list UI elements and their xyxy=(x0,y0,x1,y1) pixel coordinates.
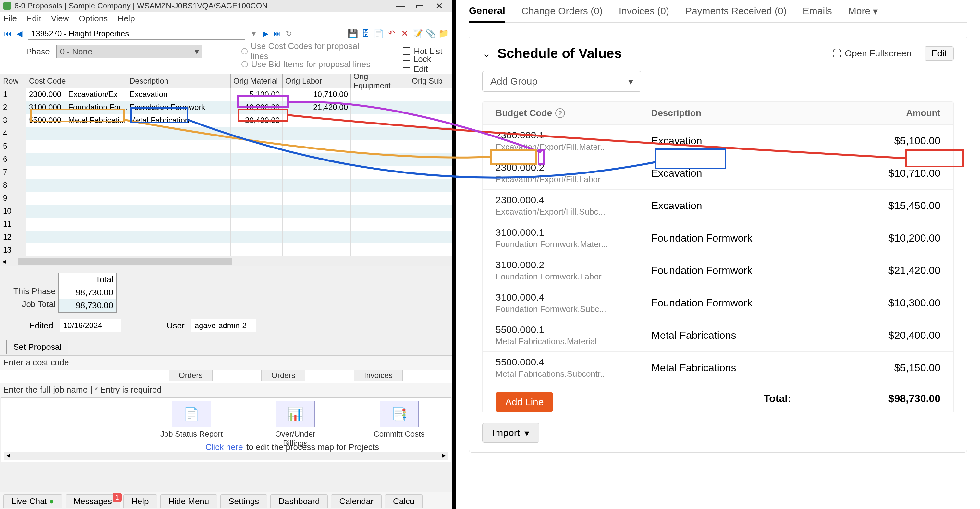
menu-help[interactable]: Help xyxy=(118,14,135,24)
process-map-link[interactable]: Click here xyxy=(205,442,243,452)
tile-orders-2[interactable]: Orders xyxy=(261,370,305,381)
attach-icon[interactable]: 📎 xyxy=(425,29,436,39)
cell-orig-material[interactable]: 20,400.00 xyxy=(231,114,283,127)
sov-row[interactable]: 5500.000.1Metal Fabrications.Material Me… xyxy=(482,319,953,352)
tile-orders-1[interactable]: Orders xyxy=(169,370,213,381)
sov-row[interactable]: 2300.000.4Excavation/Export/Fill.Subc...… xyxy=(482,189,953,222)
tab-more[interactable]: More ▾ xyxy=(848,0,878,22)
cell-orig-equipment[interactable] xyxy=(351,101,409,114)
sov-row[interactable]: 2300.000.1Excavation/Export/Fill.Mater..… xyxy=(482,125,953,157)
cell-orig-sub[interactable] xyxy=(409,88,448,101)
tab-invoices[interactable]: Invoices (0) xyxy=(619,0,669,22)
dropdown-icon[interactable]: ▾ xyxy=(249,29,258,38)
tab-calculator[interactable]: Calcu xyxy=(385,495,423,508)
grid-row-empty[interactable]: 8 xyxy=(0,179,452,192)
add-group-select[interactable]: Add Group ▾ xyxy=(482,71,641,92)
cell-orig-material[interactable]: 5,100.00 xyxy=(231,88,283,101)
add-line-button[interactable]: Add Line xyxy=(496,392,553,412)
user-field[interactable]: agave-admin-2 xyxy=(191,319,256,332)
refresh-icon[interactable]: ↻ xyxy=(284,29,293,38)
col-description[interactable]: Description xyxy=(127,74,231,88)
minimize-button[interactable]: — xyxy=(390,1,410,11)
notes-icon[interactable]: 📝 xyxy=(412,29,423,39)
grid-row[interactable]: 1 2300.000 - Excavation/Ex Excavation 5,… xyxy=(0,88,452,101)
tab-emails[interactable]: Emails xyxy=(803,0,832,22)
sov-row[interactable]: 3100.000.2Foundation Formwork.Labor Foun… xyxy=(482,254,953,287)
grid-row[interactable]: 2 3100.000 - Foundation For... Foundatio… xyxy=(0,101,452,114)
last-record-icon[interactable]: ⏭ xyxy=(273,29,282,38)
tab-help[interactable]: Help xyxy=(123,495,157,508)
edited-field[interactable]: 10/16/2024 xyxy=(60,319,121,332)
cell-orig-sub[interactable] xyxy=(409,101,448,114)
menu-edit[interactable]: Edit xyxy=(27,14,41,24)
col-orig-material[interactable]: Orig Material xyxy=(231,74,283,88)
folder-icon[interactable]: 📁 xyxy=(438,29,449,39)
tab-live-chat[interactable]: Live Chat● xyxy=(3,495,62,508)
job-field[interactable]: 1395270 - Haight Properties xyxy=(28,28,245,40)
delete-icon[interactable]: ✕ xyxy=(399,29,410,39)
import-button[interactable]: Import▾ xyxy=(482,423,539,442)
sov-row[interactable]: 5500.000.4Metal Fabrications.Subcontr...… xyxy=(482,352,953,384)
radio-bid-items[interactable]: Use Bid Items for proposal lines xyxy=(242,58,370,71)
cell-description[interactable]: Foundation Formwork xyxy=(127,101,231,114)
grid-row[interactable]: 3 5500.000 - Metal Fabricati... Metal Fa… xyxy=(0,114,452,127)
tab-payments[interactable]: Payments Received (0) xyxy=(685,0,787,22)
grid-row-empty[interactable]: 5 xyxy=(0,140,452,153)
tile-invoices[interactable]: Invoices xyxy=(354,370,403,381)
maximize-button[interactable]: ▭ xyxy=(410,1,429,11)
collapse-icon[interactable]: ⌄ xyxy=(482,48,491,60)
sov-row[interactable]: 3100.000.4Foundation Formwork.Subc... Fo… xyxy=(482,287,953,319)
cell-orig-labor[interactable] xyxy=(283,114,351,127)
col-orig-equipment[interactable]: Orig Equipment xyxy=(351,74,409,88)
cell-cost-code[interactable]: 3100.000 - Foundation For... xyxy=(26,101,127,114)
tab-hide-menu[interactable]: Hide Menu xyxy=(160,495,217,508)
menu-file[interactable]: File xyxy=(3,14,17,24)
cell-description[interactable]: Excavation xyxy=(127,88,231,101)
sov-row[interactable]: 2300.000.2Excavation/Export/Fill.Labor E… xyxy=(482,157,953,189)
help-icon[interactable]: ? xyxy=(555,108,565,118)
save-icon[interactable]: 💾 xyxy=(348,29,358,39)
tab-dashboard[interactable]: Dashboard xyxy=(270,495,328,508)
grid-row-empty[interactable]: 9 xyxy=(0,192,452,205)
cell-orig-equipment[interactable] xyxy=(351,114,409,127)
next-record-icon[interactable]: ▶ xyxy=(261,29,270,38)
set-proposal-button[interactable]: Set Proposal xyxy=(6,340,68,354)
open-fullscreen-button[interactable]: ⛶Open Fullscreen xyxy=(832,48,911,59)
tab-general[interactable]: General xyxy=(469,0,505,23)
undo-icon[interactable]: ↶ xyxy=(387,29,397,39)
close-button[interactable]: ✕ xyxy=(429,1,449,11)
tab-calendar[interactable]: Calendar xyxy=(331,495,382,508)
grid-row-empty[interactable]: 4 xyxy=(0,127,452,140)
tab-change-orders[interactable]: Change Orders (0) xyxy=(522,0,603,22)
first-record-icon[interactable]: ⏮ xyxy=(3,29,12,38)
cell-cost-code[interactable]: 2300.000 - Excavation/Ex xyxy=(26,88,127,101)
pm-scrollbar[interactable]: ◀▶ xyxy=(4,452,448,460)
cell-orig-sub[interactable] xyxy=(409,114,448,127)
check-lock-edit[interactable]: Lock Edit xyxy=(403,58,445,71)
cell-orig-labor[interactable]: 10,710.00 xyxy=(283,88,351,101)
cell-description[interactable]: Metal Fabrication xyxy=(127,114,231,127)
cell-orig-material[interactable]: 10,200.00 xyxy=(231,101,283,114)
cell-orig-labor[interactable]: 21,420.00 xyxy=(283,101,351,114)
prev-record-icon[interactable]: ◀ xyxy=(15,29,24,38)
proposals-grid[interactable]: Row Cost Code Description Orig Material … xyxy=(0,74,452,266)
col-orig-sub[interactable]: Orig Sub xyxy=(409,74,448,88)
radio-cost-codes[interactable]: Use Cost Codes for proposal lines xyxy=(242,45,370,58)
col-orig-labor[interactable]: Orig Labor xyxy=(283,74,351,88)
grid-row-empty[interactable]: 7 xyxy=(0,166,452,179)
grid-row-empty[interactable]: 6 xyxy=(0,153,452,166)
save-new-icon[interactable]: 🗄 xyxy=(361,29,371,39)
menu-view[interactable]: View xyxy=(51,14,69,24)
sov-row[interactable]: 3100.000.1Foundation Formwork.Mater... F… xyxy=(482,222,953,254)
phase-select[interactable]: 0 - None ▾ xyxy=(56,45,202,59)
copy-icon[interactable]: 📄 xyxy=(374,29,384,39)
cell-orig-equipment[interactable] xyxy=(351,88,409,101)
grid-row-empty[interactable]: 11 xyxy=(0,217,452,230)
tab-settings[interactable]: Settings xyxy=(220,495,267,508)
horizontal-scrollbar[interactable]: ◀ xyxy=(0,257,452,266)
col-row[interactable]: Row xyxy=(0,74,26,88)
menu-options[interactable]: Options xyxy=(79,14,108,24)
cell-cost-code[interactable]: 5500.000 - Metal Fabricati... xyxy=(26,114,127,127)
grid-row-empty[interactable]: 12 xyxy=(0,230,452,244)
grid-row-empty[interactable]: 10 xyxy=(0,205,452,217)
